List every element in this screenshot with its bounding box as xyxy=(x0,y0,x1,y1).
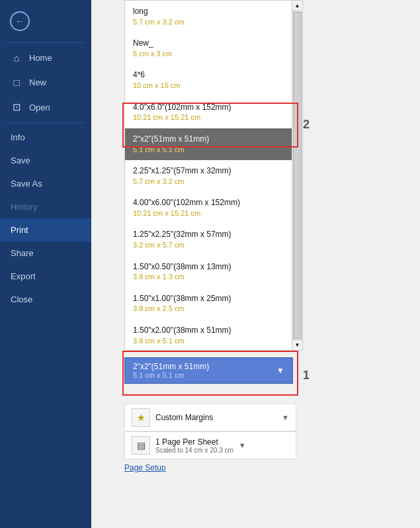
paper-size-item[interactable]: 1.50"x1.00"(38mm x 25mm) 3.8 cm x 2.5 cm xyxy=(125,288,292,320)
paper-size-item[interactable]: long 5.7 cm x 3.2 cm xyxy=(125,1,292,32)
label-2: 2 xyxy=(303,118,310,132)
sidebar-item-save[interactable]: Save xyxy=(0,149,91,172)
sidebar-item-print[interactable]: Print xyxy=(0,218,91,242)
page-setup-link[interactable]: Page Setup xyxy=(124,463,166,472)
paper-size-item[interactable]: 1.25"x2.25"(32mm x 57mm) 3.2 cm x 5.7 cm xyxy=(125,224,292,255)
home-icon: ⌂ xyxy=(11,52,22,64)
back-icon: ← xyxy=(10,11,30,31)
new-icon: □ xyxy=(11,77,22,88)
custom-margins-row[interactable]: ★ Custom Margins ▼ xyxy=(124,404,296,431)
sidebar-label-new: New xyxy=(29,77,46,87)
sidebar-label-history: History xyxy=(11,202,37,212)
sidebar-item-close[interactable]: Close xyxy=(0,288,91,311)
paper-size-item[interactable]: New_ 5 cm x 3 cm xyxy=(125,32,292,64)
sidebar-item-share[interactable]: Share xyxy=(0,242,91,265)
sidebar-divider-2 xyxy=(7,122,85,123)
page-layout-row[interactable]: ▤ 1 Page Per Sheet Scaled to 14 cm x 20.… xyxy=(124,431,296,459)
sidebar-label-saveas: Save As xyxy=(11,179,42,189)
page-layout-sublabel: Scaled to 14 cm x 20.3 cm xyxy=(155,447,233,454)
sidebar-item-export[interactable]: Export xyxy=(0,265,91,288)
sidebar-divider xyxy=(7,42,85,43)
label-1: 1 xyxy=(303,369,310,382)
paper-size-dropdown-list: long 5.7 cm x 3.2 cm New_ 5 cm x 3 cm 4*… xyxy=(124,0,303,351)
sidebar-label-info: Info xyxy=(11,132,25,142)
star-icon: ★ xyxy=(137,412,146,423)
page-layout-text: 1 Page Per Sheet Scaled to 14 cm x 20.3 … xyxy=(155,437,233,454)
margins-arrow-icon: ▼ xyxy=(282,414,289,421)
sidebar-label-print: Print xyxy=(11,225,28,235)
sidebar-label-share: Share xyxy=(11,248,34,258)
paper-size-item[interactable]: 4.0"x6.0"(102mm x 152mm) 10.21 cm x 15.2… xyxy=(125,97,292,128)
paper-size-scroll-area[interactable]: long 5.7 cm x 3.2 cm New_ 5 cm x 3 cm 4*… xyxy=(125,1,292,350)
sidebar-item-home[interactable]: ⌂ Home xyxy=(0,46,91,70)
sidebar-item-history: History xyxy=(0,195,91,218)
sidebar-label-open: Open xyxy=(29,103,50,112)
selected-paper-name: 2"x2"(51mm x 51mm) xyxy=(133,362,209,371)
pages-icon: ▤ xyxy=(132,436,150,455)
pages-layout-icon: ▤ xyxy=(137,440,146,451)
margins-icon: ★ xyxy=(132,408,150,427)
sidebar-item-new[interactable]: □ New xyxy=(0,70,91,95)
custom-margins-label: Custom Margins xyxy=(155,413,276,422)
sidebar-label-home: Home xyxy=(29,53,52,63)
selected-paper-text: 2"x2"(51mm x 51mm) 5.1 cm x 5.1 cm xyxy=(133,362,209,379)
sidebar-label-close: Close xyxy=(11,294,32,304)
main-content: long 5.7 cm x 3.2 cm New_ 5 cm x 3 cm 4*… xyxy=(91,0,420,528)
paper-size-item[interactable]: 2"x2"(51mm x 51mm) 5.1 cm x 5.1 cm xyxy=(125,128,292,160)
layout-arrow-icon: ▼ xyxy=(239,441,246,449)
sidebar-item-open[interactable]: ⊡ Open xyxy=(0,95,91,120)
selected-paper-dropdown[interactable]: 2"x2"(51mm x 51mm) 5.1 cm x 5.1 cm ▼ xyxy=(124,357,293,384)
sidebar-label-export: Export xyxy=(11,271,36,281)
sidebar-label-save: Save xyxy=(11,155,30,165)
scroll-up-button[interactable]: ▲ xyxy=(292,1,302,11)
page-layout-label: 1 Page Per Sheet xyxy=(155,437,233,447)
paper-size-item[interactable]: 4.00"x6.00"(102mm x 152mm) 10.21 cm x 15… xyxy=(125,192,292,224)
paper-size-item[interactable]: 1.50"x2.00"(38mm x 51mm) 3.8 cm x 5.1 cm xyxy=(125,320,292,350)
open-icon: ⊡ xyxy=(11,101,22,113)
sidebar-item-info[interactable]: Info xyxy=(0,126,91,149)
paper-size-item[interactable]: 2.25"x1.25"(57mm x 32mm) 5.7 cm x 3.2 cm xyxy=(125,160,292,192)
back-button[interactable]: ← xyxy=(7,8,33,34)
selected-paper-size: 5.1 cm x 5.1 cm xyxy=(133,371,209,379)
paper-size-item[interactable]: 4*6 10 cm x 15 cm xyxy=(125,64,292,96)
scroll-down-button[interactable]: ▼ xyxy=(292,339,302,350)
dropdown-arrow-icon: ▼ xyxy=(276,366,284,375)
sidebar-item-saveas[interactable]: Save As xyxy=(0,172,91,195)
paper-size-item[interactable]: 1.50"x0.50"(38mm x 13mm) 3.8 cm x 1.3 cm xyxy=(125,256,292,288)
sidebar: ← ⌂ Home □ New ⊡ Open Info Save Save As … xyxy=(0,0,91,528)
